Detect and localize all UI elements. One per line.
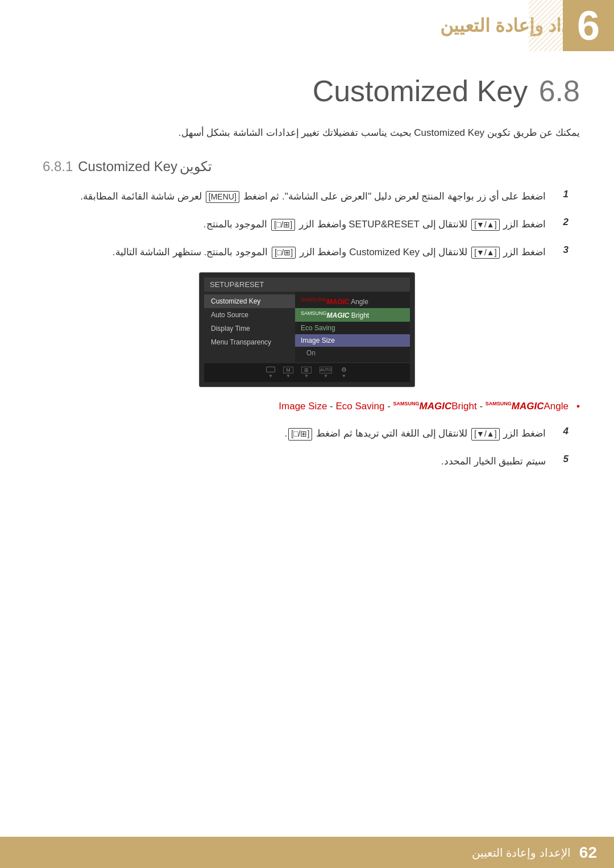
monitor-icon-2: M ▼ (283, 367, 293, 379)
footer-page-number: 62 (579, 844, 597, 862)
step-4-number: 4 (551, 426, 569, 437)
step-5-text: سيتم تطبيق الخيار المحدد. (441, 454, 546, 470)
bullet-item-options: Image Size - Eco Saving - SAMSUNGMAGICBr… (34, 398, 580, 415)
step-4-text: اضغط الزر [▲/▼] للانتقال إلى اللغة التي … (285, 426, 546, 442)
section-number: 6.8 (539, 74, 580, 107)
intro-text: يمكنك عن طريق تكوين Customized Key بحيث … (34, 125, 580, 142)
icon-shape-5: ⚙ (340, 367, 348, 373)
submenu-magic-angle: SAMSUNGMAGIC Angle (295, 294, 410, 308)
submenu-magic-bright: SAMSUNGMAGIC Bright (295, 308, 410, 322)
icon-label-4: ▼ (323, 373, 328, 379)
decorative-lines (529, 0, 563, 51)
step-2: 2 اضغط الزر [▲/▼] للانتقال إلى SETUP&RES… (45, 217, 569, 233)
key-enter-4: [⊞/□] (288, 428, 312, 441)
monitor-icon-3: ⊞ ▼ (301, 367, 312, 379)
chapter-number-box: 6 (563, 0, 614, 51)
monitor-icon-1: ▼ (266, 367, 275, 379)
icon-shape-2: M (283, 367, 293, 373)
key-nav-3: [▲/▼] (471, 247, 499, 259)
page-header: الإعداد وإعادة التعيين 6 (0, 0, 614, 51)
screenshot-container: SETUP&RESET Customized Key Auto Source D… (34, 272, 580, 387)
screenshot-body: Customized Key Auto Source Display Time … (204, 292, 410, 362)
submenu-on: On (295, 347, 410, 359)
step-5: 5 سيتم تطبيق الخيار المحدد. (45, 454, 569, 470)
icon-label-1: ▼ (268, 373, 273, 379)
steps-container: 1 اضغط على أي زر بواجهة المنتج لعرض دليل… (34, 189, 580, 261)
step-2-text: اضغط الزر [▲/▼] للانتقال إلى SETUP&RESET… (204, 217, 546, 233)
submenu-list: SAMSUNGMAGIC Angle SAMSUNGMAGIC Bright E… (295, 292, 410, 362)
icon-shape-3: ⊞ (301, 367, 312, 373)
menu-item-display-time: Display Time (204, 322, 295, 335)
step-1-text: اضغط على أي زر بواجهة المنتج لعرض دليل "… (80, 189, 546, 205)
icon-shape-4: AUTO (320, 367, 332, 373)
option-eco-saving: Eco Saving (335, 401, 384, 412)
chapter-title-area: الإعداد وإعادة التعيين (0, 15, 614, 36)
chapter-number: 6 (577, 5, 600, 46)
step-1: 1 اضغط على أي زر بواجهة المنتج لعرض دليل… (45, 189, 569, 205)
icon-label-3: ▼ (304, 373, 309, 379)
key-enter-3: [⊞/□] (272, 247, 296, 259)
submenu-eco-saving: Eco Saving (295, 322, 410, 334)
monitor-icon-4: AUTO ▼ (320, 367, 332, 379)
sub-section-title-ar: تكوين (180, 159, 212, 175)
bullet-list: Image Size - Eco Saving - SAMSUNGMAGICBr… (34, 398, 580, 415)
page-footer: الإعداد وإعادة التعيين 62 (0, 837, 614, 868)
monitor-icon-5: ⚙ ▼ (340, 367, 348, 379)
section-heading: Customized Key 6.8 (34, 74, 580, 108)
option-image-size: Image Size (279, 401, 327, 412)
key-menu: [MENU] (206, 191, 239, 203)
step-2-number: 2 (551, 217, 569, 228)
key-nav-2: [▲/▼] (471, 219, 499, 231)
menu-list: Customized Key Auto Source Display Time … (204, 292, 295, 362)
step-5-number: 5 (551, 454, 569, 465)
screenshot-header: SETUP&RESET (204, 277, 410, 292)
section-title: Customized Key (313, 74, 528, 107)
main-content: Customized Key 6.8 يمكنك عن طريق تكوين C… (0, 51, 614, 527)
menu-item-menu-transparency: Menu Transparency (204, 335, 295, 349)
step-1-number: 1 (551, 189, 569, 200)
step-4: 4 اضغط الزر [▲/▼] للانتقال إلى اللغة الت… (45, 426, 569, 442)
key-nav-4: [▲/▼] (471, 428, 499, 441)
sub-section-title-en: Customized Key (78, 159, 177, 175)
key-enter-2: [⊞/□] (271, 219, 295, 231)
step-3-number: 3 (551, 244, 569, 256)
sub-section-number: 6.8.1 (43, 159, 73, 175)
icon-label-5: ▼ (342, 373, 346, 379)
steps-continued: 4 اضغط الزر [▲/▼] للانتقال إلى اللغة الت… (34, 426, 580, 470)
icon-label-2: ▼ (286, 373, 291, 379)
step-3: 3 اضغط الزر [▲/▼] للانتقال إلى Customize… (45, 244, 569, 261)
submenu-image-size: Image Size (295, 334, 410, 347)
menu-item-auto-source: Auto Source (204, 308, 295, 322)
footer-chapter-title: الإعداد وإعادة التعيين (472, 846, 571, 859)
step-3-text: اضغط الزر [▲/▼] للانتقال إلى Customized … (113, 244, 546, 261)
screenshot-box: SETUP&RESET Customized Key Auto Source D… (199, 272, 415, 387)
icon-shape-1 (266, 367, 275, 372)
monitor-bottom-icons: ▼ M ▼ ⊞ ▼ AUTO (204, 363, 410, 382)
menu-item-customized-key: Customized Key (204, 294, 295, 308)
sub-section-heading: تكوين Customized Key 6.8.1 (34, 159, 580, 175)
